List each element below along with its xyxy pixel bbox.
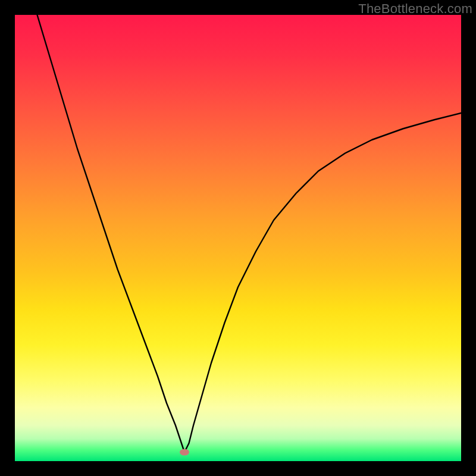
plot-area: [15, 15, 461, 461]
optimum-marker: [180, 449, 189, 456]
chart-frame: TheBottleneck.com: [0, 0, 476, 476]
watermark-text: TheBottleneck.com: [358, 1, 472, 17]
bottleneck-curve: [37, 15, 462, 452]
curve-svg: [15, 15, 461, 461]
